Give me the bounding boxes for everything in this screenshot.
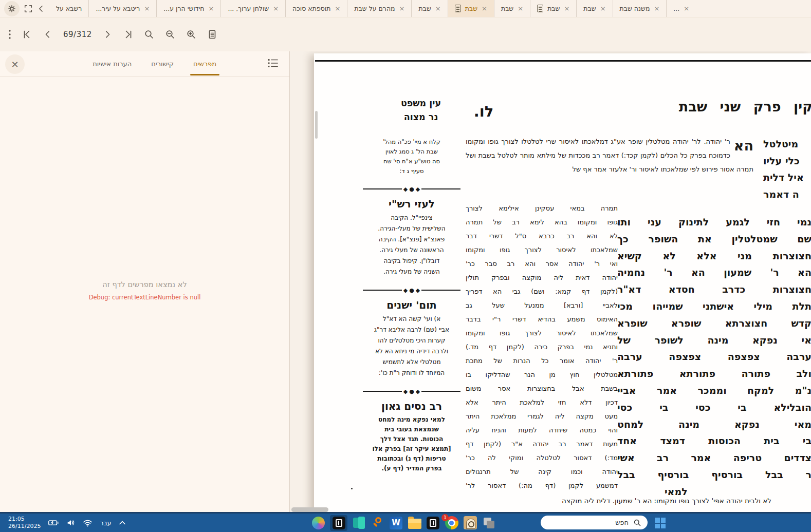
window-controls (0, 0, 49, 17)
window-switcher-icon[interactable] (482, 516, 495, 530)
bottom-partial-line: לא ולבית יהודה אפי' לצורך גופו ומקומו: ה… (315, 497, 771, 505)
document-tab[interactable]: × שולחן ערוך, ... (220, 0, 285, 17)
document-tab[interactable]: × שבת (530, 0, 576, 17)
page-icon (455, 5, 461, 12)
first-page-button[interactable] (22, 29, 32, 40)
page-indicator[interactable]: 69/312 (63, 30, 92, 39)
document-tab[interactable]: × שבת (411, 0, 447, 17)
kebab-menu-button[interactable] (8, 29, 11, 40)
language-indicator[interactable]: עבר (100, 519, 111, 527)
close-tab-icon[interactable]: × (399, 5, 405, 12)
text-line: (לקמן דף קמא: ושם) גבי הא דפריך (466, 284, 618, 298)
document-viewport[interactable]: עין משפט נר מצוה לו. יקין פרק שני שבת מי… (290, 51, 811, 514)
panel-tab[interactable]: מפרשים (193, 60, 216, 68)
document-tab[interactable]: × משנה שבת (613, 0, 667, 17)
close-tab-icon[interactable]: × (684, 5, 689, 12)
sefer-reader-icon[interactable] (330, 515, 347, 531)
close-tab-icon[interactable]: × (518, 5, 523, 12)
word-icon[interactable]: W (389, 516, 403, 530)
panel-empty-state: לא נמצאו מפרשים לדף זה Debug: currentTex… (0, 280, 289, 301)
close-tab-icon[interactable]: × (209, 5, 214, 12)
taskbar-search-box[interactable]: חפש (541, 516, 648, 529)
zoom-in-button[interactable] (186, 29, 196, 40)
page-view-button[interactable] (207, 29, 217, 40)
last-page-button[interactable] (123, 29, 133, 40)
list-settings-button[interactable] (267, 58, 279, 71)
text-line: שבת הל' ג סמג לאוין (363, 147, 460, 157)
text-line: צדדים טריפה אמר רב אשי (617, 449, 811, 466)
settings-button[interactable] (4, 1, 20, 16)
start-button[interactable] (655, 518, 666, 528)
gear-icon (7, 4, 16, 13)
tab-label: שולחן ערוך, ... (228, 5, 269, 12)
text-line: הובלילא בי כסי בי כסי (617, 399, 811, 416)
prev-page-button[interactable] (43, 29, 52, 40)
file-explorer-icon[interactable] (408, 516, 421, 530)
text-line: והוי כמטה שיחדה למעות והניח עליה (466, 423, 618, 437)
document-icon (207, 29, 217, 40)
chevron-up-icon[interactable] (119, 520, 126, 525)
ein-mishpat-title-line: עין משפט (385, 97, 457, 110)
text-line: ולרבה דידיה מי ניחא הא לא (363, 346, 460, 357)
close-tab-icon[interactable]: × (600, 5, 606, 12)
chevron-right-icon (103, 29, 112, 40)
close-tab-icon[interactable]: × (482, 5, 487, 12)
close-panel-button[interactable]: × (5, 54, 25, 74)
close-tab-icon[interactable]: × (335, 5, 340, 12)
text-line: הא ר' שמעון הא ר' נחמיה (617, 264, 811, 281)
fullscreen-button[interactable] (24, 4, 33, 13)
tab-label: שבת (501, 5, 513, 12)
document-tab[interactable]: × רשבא על (49, 0, 88, 17)
debug-message: Debug: currentTextLineNumber is null (0, 294, 289, 301)
close-tab-icon[interactable]: × (435, 5, 441, 12)
taskbar-clock[interactable]: 21:05 26/11/2025 (8, 516, 41, 530)
vertical-scrollbar-thumb[interactable] (315, 111, 318, 139)
tab-label: ... (673, 5, 679, 12)
volume-icon[interactable] (66, 519, 76, 527)
close-tab-icon[interactable]: × (144, 5, 150, 12)
close-tab-icon[interactable]: × (273, 5, 279, 12)
chrome-icon[interactable]: 1 (445, 516, 458, 530)
orange-search-icon[interactable] (371, 516, 384, 530)
text-line: מעות דאמר רב יהודה א"ר (לקמן דף (466, 437, 618, 451)
close-tab-icon[interactable]: × (564, 5, 569, 12)
text-line: ולב פתורה פתורתא פתורתא (617, 365, 811, 382)
text-line: בשבת אבל בחצוצרות אסר משום (466, 382, 618, 395)
search-button[interactable] (144, 29, 154, 40)
section-divider-ornament: ◆●◆ (363, 287, 460, 294)
next-page-button[interactable] (103, 29, 112, 40)
panel-tab[interactable]: הערות אישיות (93, 60, 132, 68)
tosafot-opening-text: ר' יהודה. לר' יהודה מטלטלין שופר אע"ג דמ… (466, 138, 753, 173)
document-tab[interactable]: × תוספתא סוכה (285, 0, 347, 17)
document-tab[interactable]: × שבת (576, 0, 612, 17)
tab-label: משנה שבת (620, 5, 650, 12)
document-tab[interactable]: × שבת (448, 0, 494, 17)
chevron-left-icon (37, 5, 45, 13)
document-tab[interactable]: × מהרם על שבת (347, 0, 411, 17)
document-tab[interactable]: × ריטבא על עיר... (88, 0, 156, 17)
document-tab[interactable]: × ... (666, 0, 696, 17)
tab-label: ריטבא על עיר... (96, 5, 140, 12)
browser-sphere-icon[interactable] (311, 516, 325, 530)
horizontal-scrollbar-thumb[interactable] (291, 507, 328, 512)
battery-icon[interactable] (48, 519, 59, 527)
section-divider-ornament: ◆●◆ (363, 388, 460, 395)
teal-app-icon[interactable] (352, 516, 366, 530)
panel-tab[interactable]: קישורים (151, 60, 174, 68)
text-line: נמי חזי לגמע לתינוק עני ותו (617, 214, 811, 231)
document-tab[interactable]: × שבת (494, 0, 530, 17)
document-tab[interactable]: × חידושי הרן ע... (156, 0, 220, 17)
text-line: אי נפקא מינה לשופר של (617, 332, 811, 349)
text-line: ותניא נמי בפרק כירה (לקמן דף מד.) (466, 340, 618, 354)
close-tab-icon[interactable]: × (654, 5, 659, 12)
text-line: סה טוש"ע א"ח סי' שח (363, 157, 460, 166)
nav-back-button[interactable] (37, 5, 45, 13)
text-line: תמרה במאי עסקינן אילימא לצורך (466, 201, 618, 215)
text-line: מעט מקצה ליה לגמרי ממלאכת היתר (466, 409, 618, 423)
wifi-icon[interactable] (83, 519, 93, 527)
text-line: הכוסות. תגד אצל דלך (363, 434, 460, 444)
zoom-out-button[interactable] (165, 29, 175, 40)
otzar-hachochma-icon[interactable] (463, 516, 477, 530)
sefer-reader2-icon[interactable] (426, 516, 440, 530)
text-line: ואי ר' יהודה אסר והא רב סבר כר' (466, 257, 618, 271)
